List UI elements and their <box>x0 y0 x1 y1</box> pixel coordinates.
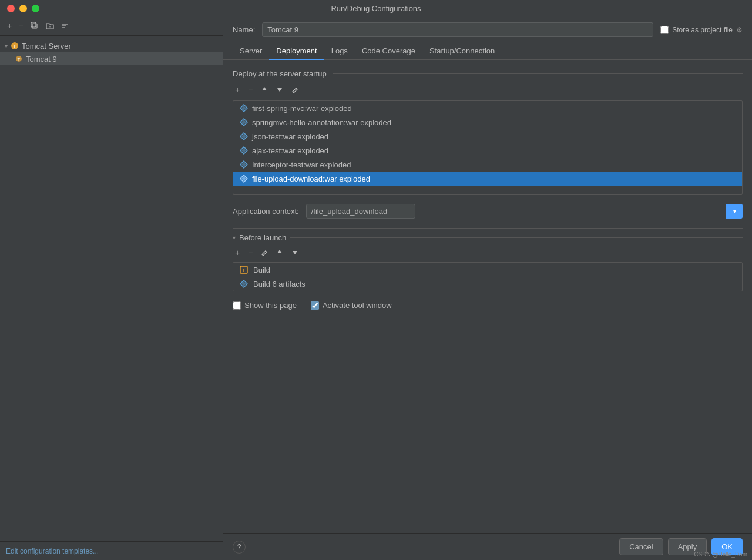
artifact-launch-icon <box>239 279 249 289</box>
artifact-name-1: springmvc-hello-annotation:war exploded <box>252 118 391 127</box>
before-launch-title: Before launch <box>239 233 286 242</box>
name-label: Name: <box>233 25 255 34</box>
gear-icon[interactable]: ⚙ <box>736 26 743 34</box>
tomcat-config-icon: T <box>14 54 24 63</box>
artifact-item-1[interactable]: springmvc-hello-annotation:war exploded <box>233 115 742 129</box>
artifact-name-3: ajax-test:war exploded <box>252 146 328 155</box>
launch-edit-button[interactable] <box>258 247 270 259</box>
show-page-option: Show this page <box>233 301 297 310</box>
watermark: CSDN @Hello_Dam <box>694 551 747 558</box>
remove-config-button[interactable]: − <box>16 20 26 32</box>
tree-group-header[interactable]: ▾ T Tomcat Server <box>0 39 223 52</box>
activate-tool-window-option: Activate tool window <box>311 301 392 310</box>
tab-coverage[interactable]: Code Coverage <box>355 43 422 60</box>
launch-artifacts-label: Build 6 artifacts <box>253 280 306 289</box>
dialog-title: Run/Debug Configurations <box>331 4 421 13</box>
tab-logs[interactable]: Logs <box>324 43 355 60</box>
war-exploded-icon-5 <box>239 174 249 183</box>
main-container: + − + ▾ T Tomcat Server <box>0 16 752 560</box>
config-header: Name: Store as project file ⚙ <box>223 16 752 43</box>
svg-rect-0 <box>32 24 37 28</box>
context-row: Application context: ▾ <box>233 204 743 219</box>
store-project-file-row: Store as project file ⚙ <box>660 26 743 34</box>
maximize-button[interactable] <box>32 5 39 12</box>
before-launch-line <box>290 237 743 238</box>
artifact-name-5: file-upload-download:war exploded <box>252 175 370 183</box>
artifact-item-3[interactable]: ajax-test:war exploded <box>233 143 742 157</box>
section-divider-2 <box>233 228 743 229</box>
deploy-section-header: Deploy at the server startup <box>233 69 743 78</box>
svg-text:+: + <box>49 25 52 28</box>
tree-group-tomcat: ▾ T Tomcat Server T Tomcat 9 <box>0 38 223 66</box>
deploy-up-button[interactable] <box>258 84 270 96</box>
launch-build-label: Build <box>253 266 270 274</box>
context-label: Application context: <box>233 207 299 216</box>
war-exploded-icon-2 <box>239 132 249 141</box>
sort-config-button[interactable] <box>59 21 72 31</box>
deploy-toolbar: + − <box>233 84 743 96</box>
before-launch-header: ▾ Before launch <box>233 233 743 242</box>
artifact-name-2: json-test:war exploded <box>252 132 328 141</box>
sidebar-tree: ▾ T Tomcat Server T Tomcat 9 <box>0 36 223 541</box>
config-name-input[interactable] <box>262 22 653 37</box>
store-project-file-checkbox[interactable] <box>660 26 669 34</box>
deploy-section-title: Deploy at the server startup <box>233 69 333 78</box>
svg-text:T: T <box>18 57 21 62</box>
launch-down-button[interactable] <box>289 247 301 259</box>
deploy-down-button[interactable] <box>274 84 286 96</box>
artifact-item-5[interactable]: file-upload-download:war exploded <box>233 172 742 186</box>
folder-config-button[interactable]: + <box>43 21 56 31</box>
deploy-edit-button[interactable] <box>289 84 301 96</box>
sidebar-item-tomcat9[interactable]: T Tomcat 9 <box>0 52 223 65</box>
context-dropdown-wrapper: ▾ <box>306 204 743 219</box>
tab-deployment[interactable]: Deployment <box>269 43 324 60</box>
activate-tool-window-checkbox[interactable] <box>311 301 319 310</box>
chevron-down-icon: ▾ <box>5 43 8 49</box>
context-dropdown-button[interactable]: ▾ <box>726 204 743 219</box>
launch-up-button[interactable] <box>274 247 286 259</box>
tomcat-server-icon: T <box>10 41 19 51</box>
war-exploded-icon-4 <box>239 160 249 169</box>
minimize-button[interactable] <box>19 5 27 12</box>
bottom-bar: ? Cancel Apply OK <box>223 533 752 560</box>
show-page-label: Show this page <box>244 301 297 310</box>
panel-content: Deploy at the server startup + − <box>223 60 752 533</box>
edit-templates-link[interactable]: Edit configuration templates... <box>6 547 99 555</box>
artifact-name-4: Interceptor-test:war exploded <box>252 160 351 169</box>
deploy-remove-button[interactable]: − <box>246 84 255 96</box>
launch-item-build[interactable]: T Build <box>233 263 742 277</box>
tab-server[interactable]: Server <box>233 43 269 60</box>
add-config-button[interactable]: + <box>5 20 14 32</box>
sidebar-toolbar: + − + <box>0 16 223 36</box>
artifact-item-2[interactable]: json-test:war exploded <box>233 129 742 143</box>
copy-config-button[interactable] <box>28 21 41 31</box>
launch-add-button[interactable]: + <box>233 247 242 259</box>
launch-toolbar: + − <box>233 247 743 259</box>
content-area: Name: Store as project file ⚙ Server Dep… <box>223 16 752 560</box>
deploy-add-button[interactable]: + <box>233 84 242 96</box>
artifact-item-4[interactable]: Interceptor-test:war exploded <box>233 157 742 172</box>
tree-group-label: Tomcat Server <box>22 42 71 51</box>
show-page-checkbox[interactable] <box>233 301 241 310</box>
close-button[interactable] <box>7 5 15 12</box>
launch-remove-button[interactable]: − <box>246 247 255 259</box>
cancel-button[interactable]: Cancel <box>619 538 663 555</box>
svg-text:T: T <box>13 43 16 49</box>
sidebar-footer: Edit configuration templates... <box>0 541 223 560</box>
tab-startup[interactable]: Startup/Connection <box>422 43 502 60</box>
svg-text:T: T <box>242 267 246 273</box>
context-input[interactable] <box>306 204 415 219</box>
sidebar: + − + ▾ T Tomcat Server <box>0 16 223 560</box>
store-project-file-label: Store as project file <box>672 26 733 34</box>
collapse-before-launch-button[interactable]: ▾ <box>233 234 236 241</box>
artifact-list: first-spring-mvc:war exploded springmvc-… <box>233 100 743 195</box>
activate-tool-window-label: Activate tool window <box>323 301 392 310</box>
help-button[interactable]: ? <box>233 541 246 554</box>
artifact-item-0[interactable]: first-spring-mvc:war exploded <box>233 101 742 115</box>
launch-item-artifacts[interactable]: Build 6 artifacts <box>233 277 742 291</box>
war-exploded-icon-1 <box>239 118 249 127</box>
window-controls[interactable] <box>7 5 39 12</box>
sidebar-item-label: Tomcat 9 <box>26 55 57 63</box>
section-divider <box>333 73 743 74</box>
title-bar: Run/Debug Configurations <box>0 0 752 16</box>
